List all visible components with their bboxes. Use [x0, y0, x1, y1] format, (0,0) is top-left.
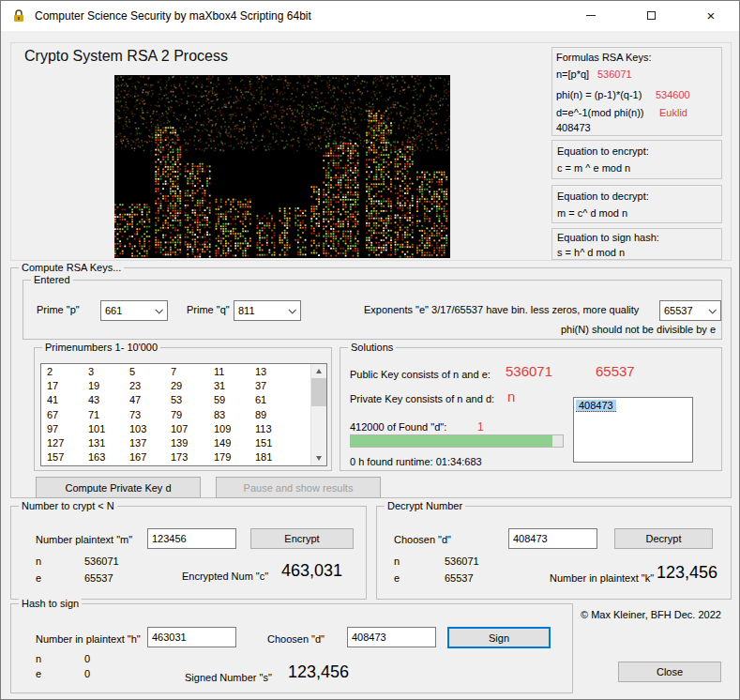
- formula-d-method: Euklid: [659, 107, 687, 118]
- formula-d-value: 408473: [556, 122, 591, 133]
- prime-number[interactable]: 83: [214, 409, 255, 423]
- copyright: © Max Kleiner, BFH Dec. 2022: [581, 609, 721, 620]
- signed-s-value: 123,456: [288, 662, 349, 682]
- scroll-up-button[interactable]: [311, 364, 326, 378]
- chevron-down-icon: [708, 306, 716, 313]
- prime-number[interactable]: 43: [88, 394, 129, 408]
- equation-sign-formula: s = h^ d mod n: [557, 247, 625, 258]
- prime-number[interactable]: 41: [47, 394, 88, 408]
- prime-number[interactable]: 23: [129, 380, 171, 394]
- window-title: Computer Science Security by maXbox4 Scr…: [35, 9, 311, 23]
- top-panel: Crypto System RSA 2 Process Formulas RSA…: [10, 42, 732, 261]
- formula-n-label: n=[p*q]: [556, 68, 589, 80]
- decrypt-button[interactable]: Decrypt: [614, 528, 713, 549]
- plaintext-k-value: 123,456: [657, 563, 717, 583]
- prime-number[interactable]: 103: [129, 423, 171, 437]
- close-icon: ×: [707, 8, 716, 23]
- close-window-button[interactable]: ×: [681, 1, 740, 30]
- minimize-button[interactable]: [561, 1, 621, 30]
- encrypt-button[interactable]: Encrypt: [250, 528, 354, 549]
- primes-listbox[interactable]: 2357111317192329313741434753596167717379…: [40, 363, 327, 466]
- prime-number[interactable]: 131: [88, 437, 129, 451]
- encrypt-n-label: n: [36, 555, 41, 567]
- compute-private-key-button[interactable]: Compute Private Key d: [36, 477, 201, 498]
- scrollbar-track[interactable]: [311, 378, 326, 451]
- d-value-listbox[interactable]: 408473: [573, 397, 693, 463]
- prime-number[interactable]: 137: [129, 437, 171, 451]
- plaintext-k-label: Number in plaintext "k": [550, 572, 654, 584]
- prime-number[interactable]: 173: [171, 451, 214, 465]
- prime-number[interactable]: 53: [171, 394, 214, 408]
- prime-number[interactable]: 163: [88, 451, 129, 465]
- primes-scrollbar[interactable]: [310, 364, 326, 465]
- prime-number[interactable]: 157: [47, 451, 88, 465]
- prime-number[interactable]: 11: [214, 366, 255, 380]
- prime-number[interactable]: 73: [129, 409, 171, 423]
- sign-e-label: e: [36, 668, 41, 679]
- prime-number[interactable]: 107: [171, 423, 214, 437]
- prime-q-value: 811: [238, 305, 255, 316]
- prime-number[interactable]: 2: [47, 366, 88, 380]
- prime-number[interactable]: 151: [255, 437, 310, 451]
- prime-number[interactable]: 47: [129, 394, 171, 408]
- equation-encrypt-caption: Equation to encrypt:: [557, 145, 649, 157]
- exponent-label: Exponents "e" 3/17/65537 have bin. less …: [364, 304, 639, 315]
- prime-number[interactable]: 29: [171, 380, 214, 394]
- prime-number[interactable]: 13: [255, 366, 310, 380]
- prime-number[interactable]: 17: [47, 380, 88, 394]
- sign-choosen-d-input[interactable]: [347, 627, 436, 647]
- prime-number[interactable]: 19: [88, 380, 129, 394]
- prime-number[interactable]: 97: [47, 423, 88, 437]
- arrow-up-icon: [316, 369, 322, 373]
- prime-number[interactable]: 109: [214, 423, 255, 437]
- prime-number[interactable]: 3: [88, 366, 129, 380]
- prime-number[interactable]: 31: [214, 380, 255, 394]
- prime-number[interactable]: 7: [171, 366, 214, 380]
- prime-number[interactable]: 67: [47, 409, 88, 423]
- sign-e-value: 0: [84, 668, 90, 679]
- plaintext-h-input[interactable]: [147, 627, 236, 647]
- prime-number[interactable]: 181: [255, 451, 310, 465]
- prime-number[interactable]: 79: [171, 409, 214, 423]
- decrypt-n-label: n: [394, 555, 400, 567]
- encrypt-n-value: 536071: [84, 555, 119, 567]
- maximize-button[interactable]: [621, 1, 681, 30]
- pause-show-results-button[interactable]: Pause and show results: [216, 477, 381, 498]
- primenumbers-caption: Primenumbers 1- 10'000: [42, 342, 160, 353]
- found-d-label: 412000 of Found "d":: [350, 421, 446, 433]
- prime-number[interactable]: 59: [214, 394, 255, 408]
- d-search-progressbar: [350, 434, 564, 448]
- prime-number[interactable]: 139: [171, 437, 214, 451]
- prime-number[interactable]: 149: [214, 437, 255, 451]
- formulas-panel: Formulas RSA Keys: n=[p*q] 536071 phi(n)…: [551, 47, 722, 136]
- prime-number[interactable]: 37: [255, 380, 310, 394]
- prime-number[interactable]: 127: [47, 437, 88, 451]
- scroll-down-button[interactable]: [311, 451, 326, 465]
- close-button[interactable]: Close: [618, 662, 721, 682]
- prime-p-combobox[interactable]: 661: [100, 300, 168, 321]
- prime-number[interactable]: 61: [255, 394, 310, 408]
- encrypt-e-value: 65537: [84, 572, 113, 584]
- prime-q-combobox[interactable]: 811: [234, 300, 301, 321]
- decrypt-e-value: 65537: [445, 572, 474, 584]
- sign-button[interactable]: Sign: [447, 627, 551, 648]
- exponent-combobox[interactable]: 65537: [659, 300, 721, 321]
- plaintext-m-input[interactable]: [147, 528, 236, 549]
- prime-number[interactable]: 5: [129, 366, 171, 380]
- entered-caption: Entered: [31, 274, 73, 285]
- public-key-n-value: 536071: [506, 363, 552, 379]
- prime-number[interactable]: 101: [88, 423, 129, 437]
- prime-number[interactable]: 71: [88, 409, 129, 423]
- compute-rsa-keys-caption: Compute RSA Keys...: [19, 262, 124, 273]
- scrollbar-thumb[interactable]: [311, 378, 326, 406]
- prime-number[interactable]: 167: [129, 451, 171, 465]
- prime-number[interactable]: 179: [214, 451, 255, 465]
- decrypt-group: Decrypt Number Choosen "d" Decrypt n 536…: [376, 506, 732, 600]
- prime-number[interactable]: 113: [255, 423, 310, 437]
- decrypt-n-value: 536071: [445, 555, 479, 567]
- prime-q-label: Prime "q": [187, 304, 230, 315]
- prime-number[interactable]: 89: [255, 409, 310, 423]
- choosen-d-input[interactable]: [508, 528, 597, 549]
- formula-n-value: 536071: [597, 68, 632, 80]
- d-value-item[interactable]: 408473: [576, 400, 616, 412]
